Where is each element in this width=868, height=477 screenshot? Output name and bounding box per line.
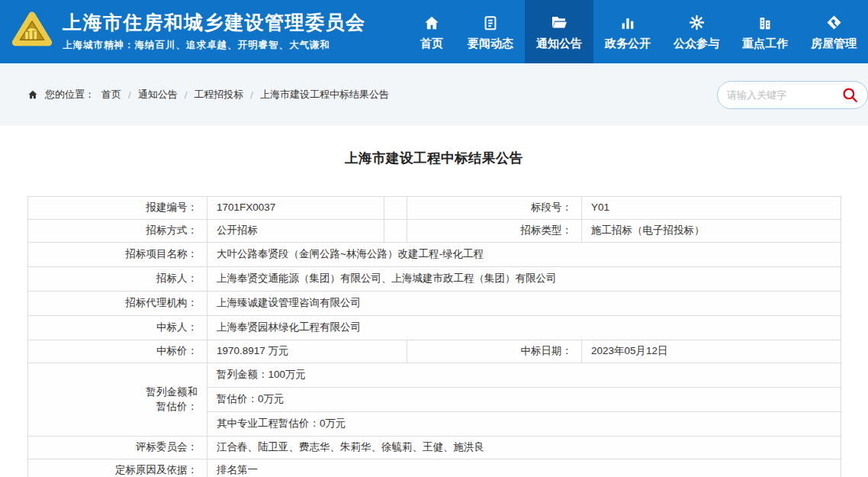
breadcrumb-separator: / <box>185 89 188 101</box>
tenderer-value: 上海奉贤交通能源（集团）有限公司、上海城建市政工程（集团）有限公司 <box>207 267 841 292</box>
search-icon <box>842 87 858 103</box>
table-row: 中标价： 1970.8917 万元 中标日期： 2023年05月12日 <box>28 340 841 363</box>
main-nav: 首页 要闻动态 通知公告 政务公开 公众参与 <box>407 0 868 63</box>
subheader: 您的位置： 首页 / 通知公告 / 工程招投标 / 上海市建设工程中标结果公告 <box>0 63 868 126</box>
tenderer-label: 招标人： <box>28 267 207 292</box>
breadcrumb-item-current: 上海市建设工程中标结果公告 <box>260 88 389 102</box>
tools-icon <box>825 13 843 31</box>
tender-type-label: 招标类型： <box>407 220 582 243</box>
section-no-label: 标段号： <box>407 197 582 220</box>
table-row: 暂列金额和 暂估价： 暂列金额：100万元 <box>28 363 841 388</box>
winning-date-value: 2023年05月12日 <box>582 340 841 363</box>
specialized-estimated-price-value: 其中专业工程暂估价：0万元 <box>207 412 841 437</box>
provisional-sums-label: 暂列金额和 暂估价： <box>28 363 207 437</box>
table-row: 招标方式： 公开招标 招标类型： 施工招标（电子招投标） <box>28 220 841 243</box>
tender-method-value: 公开招标 <box>207 220 384 243</box>
nav-item-gov-info[interactable]: 政务公开 <box>593 0 662 63</box>
nav-item-housing-mgmt[interactable]: 房屋管理 <box>799 0 868 63</box>
report-no-value: 1701FX0037 <box>207 197 384 220</box>
breadcrumb-separator: / <box>128 89 131 101</box>
breadcrumb: 您的位置： 首页 / 通知公告 / 工程招投标 / 上海市建设工程中标结果公告 <box>27 88 389 102</box>
evaluation-committee-value: 江合春、陆卫亚、费志华、朱莉华、徐毓莉、王健、施洪良 <box>207 437 841 459</box>
building-icon <box>757 13 773 31</box>
search-box <box>717 81 868 109</box>
search-input[interactable] <box>727 89 842 101</box>
nav-item-news[interactable]: 要闻动态 <box>456 0 525 63</box>
provisional-amount-value: 暂列金额：100万元 <box>207 363 841 388</box>
tender-type-value: 施工招标（电子招投标） <box>582 220 841 243</box>
site-title: 上海市住房和城乡建设管理委员会 <box>63 11 366 34</box>
table-row: 招标代理机构： 上海臻诚建设管理咨询有限公司 <box>28 292 841 316</box>
winning-date-label: 中标日期： <box>407 340 582 363</box>
site-slogan: 上海城市精神：海纳百川、追求卓越、开明睿智、大气谦和 <box>63 39 366 52</box>
home-icon <box>423 13 440 31</box>
page-title: 上海市建设工程中标结果公告 <box>0 149 868 167</box>
winner-label: 中标人： <box>28 316 207 340</box>
site-header: 上海市住房和城乡建设管理委员会 上海城市精神：海纳百川、追求卓越、开明睿智、大气… <box>0 0 868 63</box>
tender-agency-value: 上海臻诚建设管理咨询有限公司 <box>207 292 841 316</box>
search-button[interactable] <box>842 87 858 103</box>
winning-price-label: 中标价： <box>28 340 207 363</box>
breadcrumb-item-bidding[interactable]: 工程招投标 <box>194 88 243 102</box>
chart-icon <box>619 13 636 31</box>
winner-value: 上海奉贤园林绿化工程有限公司 <box>207 316 841 340</box>
spacer-cell <box>384 197 407 220</box>
project-name-value: 大叶公路奉贤段（金闸公路~林海公路）改建工程-绿化工程 <box>207 243 841 267</box>
nav-item-key-work[interactable]: 重点工作 <box>731 0 799 63</box>
bid-result-table: 报建编号： 1701FX0037 标段号： Y01 招标方式： 公开招标 招标类… <box>27 196 841 477</box>
tender-method-label: 招标方式： <box>28 220 207 243</box>
gear-icon <box>688 13 706 31</box>
table-row: 招标人： 上海奉贤交通能源（集团）有限公司、上海城建市政工程（集团）有限公司 <box>28 267 841 292</box>
breadcrumb-item-home[interactable]: 首页 <box>101 88 121 102</box>
home-icon <box>27 89 38 100</box>
breadcrumb-item-notices[interactable]: 通知公告 <box>138 88 178 102</box>
project-name-label: 招标项目名称： <box>28 243 207 267</box>
evaluation-committee-label: 评标委员会： <box>28 437 207 459</box>
table-row: 报建编号： 1701FX0037 标段号： Y01 <box>28 197 841 220</box>
site-brand: 上海市住房和城乡建设管理委员会 上海城市精神：海纳百川、追求卓越、开明睿智、大气… <box>0 0 366 63</box>
table-row: 定标原因及依据： 排名第一 <box>28 459 841 477</box>
section-no-value: Y01 <box>582 197 841 220</box>
breadcrumb-separator: / <box>250 89 253 101</box>
report-no-label: 报建编号： <box>28 197 207 220</box>
site-logo <box>11 9 53 55</box>
breadcrumb-prefix: 您的位置： <box>45 88 95 102</box>
estimated-price-value: 暂估价：0万元 <box>207 388 841 412</box>
tender-agency-label: 招标代理机构： <box>28 292 207 316</box>
table-row: 评标委员会： 江合春、陆卫亚、费志华、朱莉华、徐毓莉、王健、施洪良 <box>28 437 841 459</box>
award-reason-label: 定标原因及依据： <box>28 459 207 477</box>
nav-item-public-participation[interactable]: 公众参与 <box>662 0 731 63</box>
folder-icon <box>550 13 568 31</box>
table-row: 中标人： 上海奉贤园林绿化工程有限公司 <box>28 316 841 340</box>
table-row: 招标项目名称： 大叶公路奉贤段（金闸公路~林海公路）改建工程-绿化工程 <box>28 243 841 267</box>
winning-price-value: 1970.8917 万元 <box>207 340 407 363</box>
nav-item-home[interactable]: 首页 <box>407 0 456 63</box>
news-icon <box>482 13 499 31</box>
spacer-cell <box>384 220 407 243</box>
award-reason-value: 排名第一 <box>207 459 841 477</box>
nav-item-notices[interactable]: 通知公告 <box>525 0 593 63</box>
